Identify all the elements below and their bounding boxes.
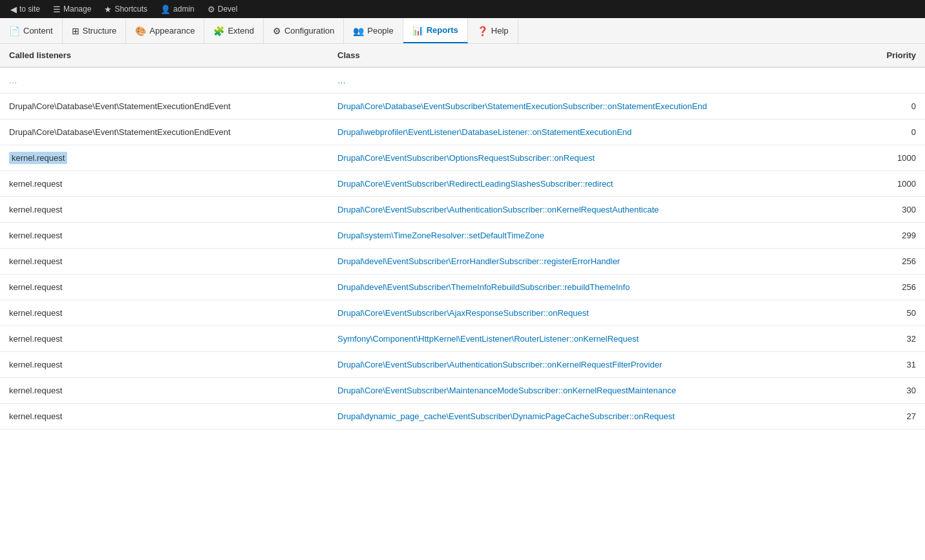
class-link[interactable]: Drupal\Core\EventSubscriber\AjaxResponse… bbox=[337, 308, 589, 318]
table-row: kernel.request Drupal\Core\EventSubscrib… bbox=[0, 171, 925, 197]
priority-cell: 300 bbox=[860, 197, 925, 223]
listener-text: kernel.request bbox=[9, 256, 62, 266]
listener-text: kernel.request bbox=[9, 231, 62, 240]
class-link[interactable]: Drupal\devel\EventSubscriber\ThemeInfoRe… bbox=[337, 282, 630, 292]
class-link[interactable]: Drupal\Core\EventSubscriber\Authenticati… bbox=[337, 360, 662, 369]
admin-bar-admin[interactable]: 👤 admin bbox=[155, 0, 200, 18]
listener-cell: … bbox=[0, 67, 328, 94]
listener-cell: kernel.request bbox=[0, 197, 328, 223]
listener-text: kernel.request bbox=[9, 179, 62, 189]
user-icon: 👤 bbox=[160, 5, 171, 14]
table-row: kernel.request Drupal\Core\EventSubscrib… bbox=[0, 197, 925, 223]
nav-help[interactable]: ❓ Help bbox=[468, 18, 518, 43]
priority-cell: 30 bbox=[860, 378, 925, 404]
admin-bar-devel-label: Devel bbox=[218, 5, 238, 14]
priority-cell: 299 bbox=[860, 223, 925, 249]
admin-bar: ◀ to site ☰ Manage ★ Shortcuts 👤 admin ⚙… bbox=[0, 0, 925, 18]
class-cell: Drupal\Core\EventSubscriber\MaintenanceM… bbox=[328, 378, 860, 404]
content-icon: 📄 bbox=[9, 26, 20, 36]
class-cell: Drupal\Core\EventSubscriber\Authenticati… bbox=[328, 197, 860, 223]
secondary-nav: 📄 Content ⊞ Structure 🎨 Appearance 🧩 Ext… bbox=[0, 18, 925, 44]
nav-reports[interactable]: 📊 Reports bbox=[403, 18, 468, 43]
class-link[interactable]: Drupal\Core\EventSubscriber\MaintenanceM… bbox=[337, 386, 676, 395]
admin-bar-shortcuts-label: Shortcuts bbox=[114, 5, 147, 14]
table-row: Drupal\Core\Database\Event\StatementExec… bbox=[0, 94, 925, 119]
class-link[interactable]: Drupal\Core\EventSubscriber\RedirectLead… bbox=[337, 179, 613, 189]
admin-bar-admin-label: admin bbox=[173, 5, 195, 14]
priority-cell: 1000 bbox=[860, 145, 925, 171]
class-cell: Drupal\devel\EventSubscriber\ErrorHandle… bbox=[328, 249, 860, 275]
class-link[interactable]: Drupal\webprofiler\EventListener\Databas… bbox=[337, 127, 632, 137]
table-row: kernel.request Drupal\devel\EventSubscri… bbox=[0, 249, 925, 275]
class-cell: Drupal\Core\EventSubscriber\OptionsReque… bbox=[328, 145, 860, 171]
class-link[interactable]: Drupal\Core\EventSubscriber\OptionsReque… bbox=[337, 153, 595, 163]
listener-cell: Drupal\Core\Database\Event\StatementExec… bbox=[0, 119, 328, 145]
class-cell: Drupal\system\TimeZoneResolver::setDefau… bbox=[328, 223, 860, 249]
admin-bar-manage-label: Manage bbox=[63, 5, 91, 14]
nav-structure[interactable]: ⊞ Structure bbox=[63, 18, 127, 43]
listener-text: kernel.request bbox=[9, 282, 62, 292]
class-cell: Drupal\Core\EventSubscriber\Authenticati… bbox=[328, 352, 860, 378]
class-cell: Drupal\Core\EventSubscriber\AjaxResponse… bbox=[328, 300, 860, 326]
nav-people[interactable]: 👥 People bbox=[344, 18, 403, 43]
class-cell: … bbox=[328, 67, 860, 94]
admin-bar-to-site[interactable]: ◀ to site bbox=[5, 0, 45, 18]
class-link[interactable]: Symfony\Component\HttpKernel\EventListen… bbox=[337, 334, 639, 344]
priority-cell: 32 bbox=[860, 326, 925, 352]
listeners-table: Called listeners Class Priority … … Drup… bbox=[0, 44, 925, 430]
admin-bar-shortcuts[interactable]: ★ Shortcuts bbox=[99, 0, 153, 18]
listener-cell: kernel.request bbox=[0, 275, 328, 300]
class-cell: Drupal\Core\EventSubscriber\RedirectLead… bbox=[328, 171, 860, 197]
priority-cell: 256 bbox=[860, 275, 925, 300]
people-icon: 👥 bbox=[353, 26, 364, 36]
listener-text: kernel.request bbox=[9, 360, 62, 369]
listener-cell: kernel.request bbox=[0, 352, 328, 378]
listener-text: kernel.request bbox=[9, 386, 62, 395]
priority-cell: 50 bbox=[860, 300, 925, 326]
listener-text: kernel.request bbox=[9, 308, 62, 318]
structure-icon: ⊞ bbox=[72, 26, 80, 36]
col-header-class: Class bbox=[328, 44, 860, 67]
nav-appearance[interactable]: 🎨 Appearance bbox=[126, 18, 204, 43]
extend-icon: 🧩 bbox=[213, 26, 224, 36]
class-link[interactable]: Drupal\dynamic_page_cache\EventSubscribe… bbox=[337, 411, 675, 421]
listener-cell: kernel.request bbox=[0, 326, 328, 352]
configuration-icon: ⚙ bbox=[273, 26, 281, 36]
class-link[interactable]: Drupal\Core\Database\EventSubscriber\Sta… bbox=[337, 101, 707, 111]
listener-cell: kernel.request bbox=[0, 145, 328, 171]
class-link[interactable]: … bbox=[337, 76, 346, 85]
priority-cell: 27 bbox=[860, 404, 925, 430]
priority-cell: 0 bbox=[860, 94, 925, 119]
table-row: kernel.request Drupal\dynamic_page_cache… bbox=[0, 404, 925, 430]
table-row: … … bbox=[0, 67, 925, 94]
table-row: kernel.request Drupal\system\TimeZoneRes… bbox=[0, 223, 925, 249]
listener-text: kernel.request bbox=[9, 411, 62, 421]
listener-cell: kernel.request bbox=[0, 249, 328, 275]
class-link[interactable]: Drupal\system\TimeZoneResolver::setDefau… bbox=[337, 231, 544, 240]
admin-bar-to-site-label: to site bbox=[19, 5, 40, 14]
listener-text: Drupal\Core\Database\Event\StatementExec… bbox=[9, 127, 231, 137]
col-header-called-listeners: Called listeners bbox=[0, 44, 328, 67]
class-link[interactable]: Drupal\devel\EventSubscriber\ErrorHandle… bbox=[337, 256, 620, 266]
gear-icon: ⚙ bbox=[207, 5, 215, 14]
table-row: kernel.request Drupal\Core\EventSubscrib… bbox=[0, 378, 925, 404]
appearance-icon: 🎨 bbox=[135, 26, 146, 36]
table-row: kernel.request Drupal\Core\EventSubscrib… bbox=[0, 145, 925, 171]
nav-configuration[interactable]: ⚙ Configuration bbox=[264, 18, 344, 43]
class-cell: Drupal\Core\Database\EventSubscriber\Sta… bbox=[328, 94, 860, 119]
back-icon: ◀ bbox=[10, 5, 17, 14]
listener-text: kernel.request bbox=[9, 205, 62, 214]
listener-cell: kernel.request bbox=[0, 378, 328, 404]
col-header-priority: Priority bbox=[860, 44, 925, 67]
menu-icon: ☰ bbox=[53, 5, 61, 14]
main-content: Called listeners Class Priority … … Drup… bbox=[0, 44, 925, 430]
admin-bar-manage[interactable]: ☰ Manage bbox=[48, 0, 96, 18]
admin-bar-devel[interactable]: ⚙ Devel bbox=[202, 0, 243, 18]
nav-content[interactable]: 📄 Content bbox=[0, 18, 63, 43]
reports-icon: 📊 bbox=[412, 25, 423, 36]
class-cell: Drupal\webprofiler\EventListener\Databas… bbox=[328, 119, 860, 145]
class-link[interactable]: Drupal\Core\EventSubscriber\Authenticati… bbox=[337, 205, 659, 214]
nav-extend[interactable]: 🧩 Extend bbox=[204, 18, 263, 43]
priority-cell: 1000 bbox=[860, 171, 925, 197]
listener-cell: Drupal\Core\Database\Event\StatementExec… bbox=[0, 94, 328, 119]
